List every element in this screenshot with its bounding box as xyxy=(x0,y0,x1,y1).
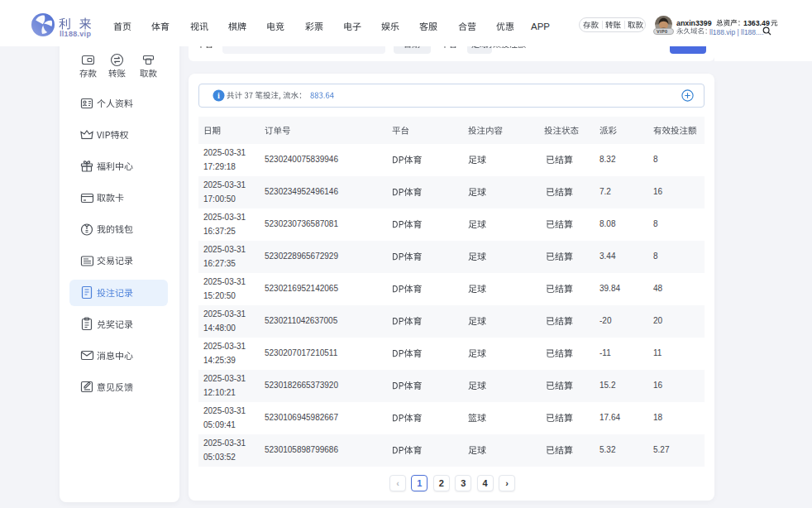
svg-text:i: i xyxy=(217,91,220,100)
